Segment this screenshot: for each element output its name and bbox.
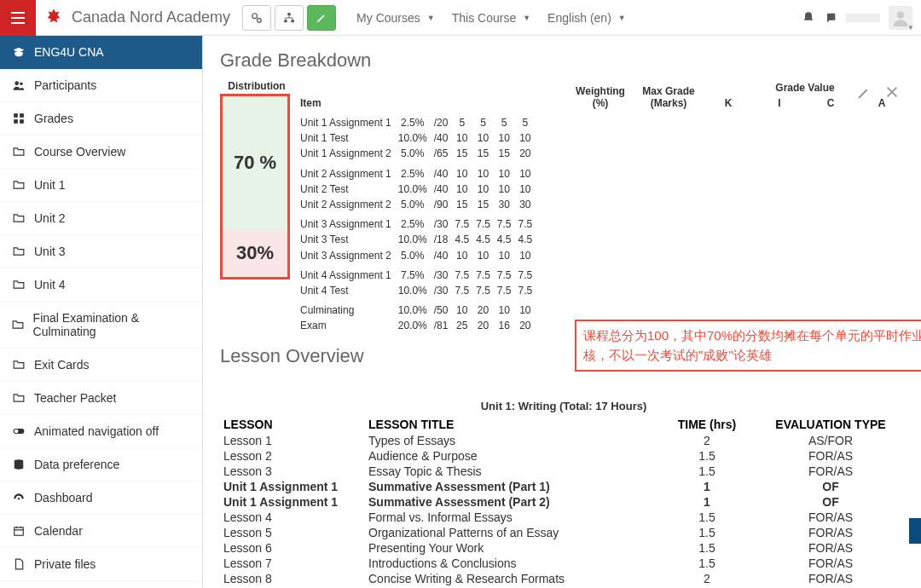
sidebar-item-course-overview[interactable]: Course Overview bbox=[0, 135, 202, 169]
grade-row: Unit 2 Assignment 12.5%/4010101010 bbox=[293, 162, 536, 182]
col-i: I bbox=[754, 95, 805, 111]
svg-rect-4 bbox=[291, 20, 294, 22]
sidebar-item-dashboard[interactable]: Dashboard bbox=[0, 481, 202, 515]
sidebar-label: ENG4U CNA bbox=[34, 45, 104, 59]
grade-row: Unit 3 Test10.0%/184.54.54.54.5 bbox=[293, 232, 536, 247]
sidebar-item-data-preference[interactable]: Data preference bbox=[0, 448, 202, 481]
svg-rect-16 bbox=[14, 527, 24, 535]
chat-icon[interactable] bbox=[824, 11, 837, 25]
lesson-row: Lesson 7Introductions & Conclusions1.5FO… bbox=[220, 556, 907, 571]
grade-row: Unit 1 Assignment 25.0%/6515151520 bbox=[293, 146, 536, 161]
sidebar-item-exit-cards[interactable]: Exit Cards bbox=[0, 349, 202, 382]
sidebar-label: Data preference bbox=[34, 458, 119, 471]
grade-row: Unit 4 Test10.0%/307.57.57.57.5 bbox=[293, 283, 536, 298]
svg-rect-11 bbox=[20, 119, 24, 124]
nav-language[interactable]: English (en) bbox=[539, 11, 634, 25]
nav-this-course[interactable]: This Course bbox=[443, 11, 539, 25]
distribution-70: 70 % bbox=[223, 96, 287, 229]
content-area: Grade Breakdown Distribution 70 % 30% It… bbox=[203, 36, 921, 588]
svg-rect-3 bbox=[284, 20, 287, 22]
col-item: Item bbox=[293, 80, 566, 111]
folder-icon bbox=[12, 146, 26, 158]
folder-icon bbox=[12, 179, 26, 191]
sidebar-item-grades[interactable]: Grades bbox=[0, 102, 202, 135]
cal-icon bbox=[12, 525, 26, 537]
db-icon bbox=[12, 458, 26, 470]
blue-side-stub bbox=[909, 518, 921, 544]
sidebar-item-participants[interactable]: Participants bbox=[0, 69, 202, 102]
sidebar-label: Final Examination & Culminating bbox=[33, 311, 190, 338]
grade-table: Item Weighting (%) Max Grade (Marks) Gra… bbox=[293, 80, 907, 333]
lesson-row: Lesson 4Formal vs. Informal Essays1.5FOR… bbox=[220, 510, 907, 525]
logo-icon bbox=[43, 7, 65, 29]
sidebar-label: Unit 4 bbox=[34, 278, 66, 291]
sidebar-item-final-examination-culminating[interactable]: Final Examination & Culminating bbox=[0, 302, 202, 349]
col-max: Max Grade (Marks) bbox=[634, 80, 703, 111]
sidebar-item-calendar[interactable]: Calendar bbox=[0, 515, 202, 548]
lesson-row: Lesson 5Organizational Patterns of an Es… bbox=[220, 525, 907, 540]
close-icon[interactable] bbox=[885, 85, 899, 101]
distribution-label: Distribution bbox=[220, 80, 293, 92]
folder-icon bbox=[12, 359, 26, 371]
grade-row: Culminating10.0%/5010201010 bbox=[293, 298, 536, 318]
svg-point-0 bbox=[252, 13, 258, 18]
folder-icon bbox=[12, 392, 26, 404]
col-lesson: LESSON bbox=[220, 416, 365, 433]
sidebar-item-content-bank[interactable]: Content bank bbox=[0, 581, 202, 588]
sidebar-item-private-files[interactable]: Private files bbox=[0, 548, 202, 581]
sidebar-item-unit-2[interactable]: Unit 2 bbox=[0, 202, 202, 235]
svg-point-15 bbox=[18, 498, 20, 499]
svg-rect-9 bbox=[20, 113, 24, 118]
sidebar-label: Teacher Packet bbox=[34, 391, 117, 405]
sidebar-label: Dashboard bbox=[34, 491, 93, 504]
sidebar-label: Unit 1 bbox=[34, 178, 66, 192]
avatar-icon[interactable]: ▼ bbox=[889, 6, 912, 30]
sitemap-button[interactable] bbox=[275, 5, 304, 31]
lesson-row: Lesson 6Presenting Your Work1.5FOR/AS bbox=[220, 540, 907, 556]
brand-title[interactable]: Canada Nord Academy bbox=[72, 9, 230, 26]
lesson-row: Lesson 2Audience & Purpose1.5FOR/AS bbox=[220, 448, 907, 464]
sidebar: ENG4U CNAParticipantsGradesCourse Overvi… bbox=[0, 36, 203, 588]
sidebar-item-unit-4[interactable]: Unit 4 bbox=[0, 268, 202, 302]
lesson-row: Lesson 3Essay Topic & Thesis1.5FOR/AS bbox=[220, 464, 907, 479]
distribution-box: 70 % 30% bbox=[220, 94, 290, 280]
svg-point-7 bbox=[20, 83, 23, 86]
gauge-icon bbox=[12, 492, 26, 504]
sidebar-item-eng4u-cna[interactable]: ENG4U CNA bbox=[0, 36, 202, 69]
grade-row: Unit 2 Assignment 25.0%/9015153030 bbox=[293, 197, 536, 212]
folder-icon bbox=[12, 245, 26, 257]
toggle-icon bbox=[12, 425, 26, 437]
bell-icon[interactable] bbox=[802, 11, 815, 25]
sidebar-item-unit-1[interactable]: Unit 1 bbox=[0, 169, 202, 202]
lesson-row: Unit 1 Assignment 1Summative Assessment … bbox=[220, 494, 907, 510]
col-c: C bbox=[805, 95, 856, 111]
col-time: TIME (hrs) bbox=[660, 416, 754, 433]
grade-row: Unit 1 Assignment 12.5%/205555 bbox=[293, 111, 536, 130]
annotation-box: 课程总分为100，其中70%的分数均摊在每个单元的平时作业中，其余30%来自于期… bbox=[575, 320, 921, 372]
sidebar-label: Unit 3 bbox=[34, 245, 66, 258]
sidebar-label: Participants bbox=[34, 78, 96, 92]
file-icon bbox=[12, 558, 26, 570]
sidebar-label: Animated navigation off bbox=[34, 424, 159, 438]
sidebar-label: Calendar bbox=[34, 524, 83, 538]
svg-rect-10 bbox=[14, 119, 18, 124]
sidebar-item-unit-3[interactable]: Unit 3 bbox=[0, 235, 202, 268]
folder-icon bbox=[12, 319, 25, 331]
user-name-blur bbox=[846, 14, 880, 22]
hamburger-button[interactable] bbox=[0, 0, 36, 36]
sidebar-label: Private files bbox=[34, 557, 96, 571]
gears-button[interactable] bbox=[242, 5, 271, 31]
edit-button[interactable] bbox=[307, 5, 336, 31]
sidebar-item-animated-navigation-off[interactable]: Animated navigation off bbox=[0, 415, 202, 448]
grade-row: Exam20.0%/8125201620 bbox=[293, 318, 536, 333]
sidebar-label: Course Overview bbox=[34, 145, 125, 159]
sidebar-item-teacher-packet[interactable]: Teacher Packet bbox=[0, 382, 202, 415]
svg-point-5 bbox=[897, 11, 904, 18]
grade-row: Unit 3 Assignment 25.0%/4010101010 bbox=[293, 248, 536, 263]
sidebar-label: Exit Cards bbox=[34, 358, 90, 372]
folder-icon bbox=[12, 279, 26, 291]
col-weight: Weighting (%) bbox=[566, 80, 634, 111]
nav-my-courses[interactable]: My Courses bbox=[348, 11, 443, 25]
topbar: Canada Nord Academy My Courses This Cour… bbox=[0, 0, 921, 36]
pencil-icon[interactable] bbox=[856, 85, 872, 101]
